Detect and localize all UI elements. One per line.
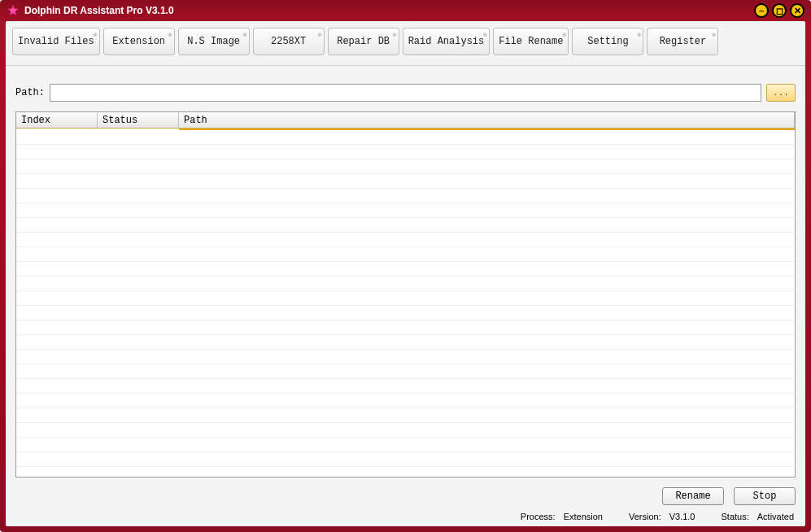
results-table: Index Status Path <box>15 111 796 477</box>
minimize-button[interactable]: – <box>754 3 769 18</box>
table-row <box>16 364 795 379</box>
table-row <box>16 203 795 218</box>
table-row <box>16 306 795 321</box>
invalid-files-button[interactable]: Invalid Files❀ <box>12 28 100 55</box>
column-index[interactable]: Index <box>16 112 98 128</box>
table-row <box>16 350 795 364</box>
path-row: Path: ... <box>6 66 805 108</box>
statusbar: Process: Extension Version: V3.1.0 Statu… <box>6 508 805 526</box>
table-row <box>16 291 795 306</box>
table-row <box>16 247 795 262</box>
path-input[interactable] <box>50 84 761 102</box>
status-version: Version: V3.1.0 <box>629 512 695 521</box>
close-button[interactable]: ✕ <box>790 3 804 18</box>
table-row <box>16 174 795 189</box>
table-row <box>16 130 795 145</box>
table-row <box>16 438 795 452</box>
app-star-icon <box>7 4 20 17</box>
column-status[interactable]: Status <box>98 112 179 128</box>
app-window: Dolphin DR Assistant Pro V3.1.0 – ◻ ✕ In… <box>0 0 811 532</box>
browse-button[interactable]: ... <box>766 84 796 102</box>
table-row <box>16 159 795 174</box>
table-row <box>16 452 795 467</box>
ns-image-button[interactable]: N.S Image❀ <box>178 28 250 55</box>
table-row <box>16 189 795 203</box>
extension-button[interactable]: Extension❀ <box>103 28 175 55</box>
file-rename-button[interactable]: File Rename❀ <box>493 28 569 55</box>
titlebar[interactable]: Dolphin DR Assistant Pro V3.1.0 – ◻ ✕ <box>0 0 811 21</box>
table-row <box>16 262 795 277</box>
table-row <box>16 233 795 247</box>
window-title: Dolphin DR Assistant Pro V3.1.0 <box>24 5 174 16</box>
table-row <box>16 335 795 350</box>
action-row: Rename Stop <box>6 482 805 508</box>
status-process: Process: Extension <box>521 512 603 521</box>
stop-button[interactable]: Stop <box>734 487 796 505</box>
client-area: Invalid Files❀ Extension❀ N.S Image❀ 225… <box>6 21 805 526</box>
table-row <box>16 394 795 408</box>
table-body[interactable] <box>16 130 795 477</box>
rename-button[interactable]: Rename <box>662 487 724 505</box>
column-path[interactable]: Path <box>179 112 795 128</box>
table-row <box>16 321 795 335</box>
table-row <box>16 423 795 438</box>
toolbar: Invalid Files❀ Extension❀ N.S Image❀ 225… <box>6 21 805 66</box>
path-label: Path: <box>15 87 45 98</box>
2258xt-button[interactable]: 2258XT❀ <box>253 28 325 55</box>
raid-analysis-button[interactable]: Raid Analysis❀ <box>403 28 491 55</box>
table-row <box>16 218 795 233</box>
svg-marker-0 <box>8 5 19 15</box>
table-row <box>16 408 795 423</box>
status-status: Status: Activated <box>722 512 795 521</box>
repair-db-button[interactable]: Repair DB❀ <box>328 28 399 55</box>
table-row <box>16 277 795 291</box>
table-row <box>16 145 795 159</box>
maximize-button[interactable]: ◻ <box>772 3 787 18</box>
table-header: Index Status Path <box>16 112 795 129</box>
register-button[interactable]: Register❀ <box>647 28 718 55</box>
table-row <box>16 379 795 394</box>
setting-button[interactable]: Setting❀ <box>572 28 643 55</box>
